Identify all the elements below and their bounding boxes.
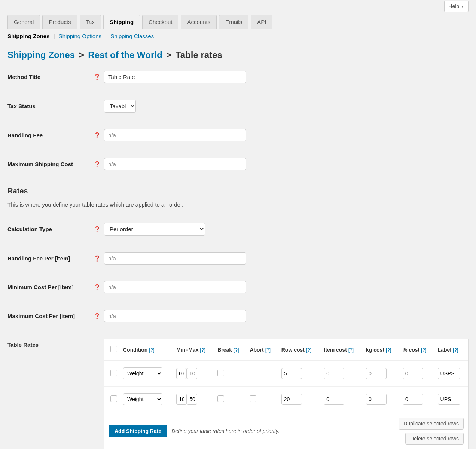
separator: | xyxy=(51,33,57,39)
breadcrumb: Shipping Zones > Rest of the World > Tab… xyxy=(7,50,469,60)
header-abort: Abort xyxy=(250,347,263,353)
header-row-cost: Row cost xyxy=(281,347,305,353)
help-dropdown[interactable]: Help ▼ xyxy=(444,1,469,12)
max-cost-per-item-input[interactable] xyxy=(104,310,246,322)
delete-rows-button[interactable]: Delete selected rows xyxy=(405,433,464,445)
tab-general[interactable]: General xyxy=(7,15,40,29)
item-cost-input[interactable] xyxy=(324,394,344,405)
footer-note: Define your table rates here in order of… xyxy=(171,428,394,434)
max-input[interactable] xyxy=(187,368,197,379)
help-link[interactable]: [?] xyxy=(149,347,154,353)
add-shipping-rate-button[interactable]: Add Shipping Rate xyxy=(109,425,167,437)
subnav-zones[interactable]: Shipping Zones xyxy=(7,33,50,39)
help-link[interactable]: [?] xyxy=(234,347,239,353)
table-rates-box: Condition [?] Min–Max [?] Break [?] Abor… xyxy=(104,339,469,449)
handling-fee-label: Handling Fee xyxy=(7,132,94,138)
max-ship-cost-label: Maximum Shipping Cost xyxy=(7,161,94,167)
tab-products[interactable]: Products xyxy=(42,15,77,29)
label-input[interactable] xyxy=(438,394,460,405)
calc-type-select[interactable]: Per order xyxy=(104,223,205,236)
item-cost-input[interactable] xyxy=(324,368,344,379)
help-icon[interactable]: ❓ xyxy=(94,255,100,262)
header-pct-cost: % cost xyxy=(403,347,419,353)
breadcrumb-zones-link[interactable]: Shipping Zones xyxy=(7,50,75,60)
condition-select[interactable]: Weight xyxy=(123,393,162,405)
table-header-row: Condition [?] Min–Max [?] Break [?] Abor… xyxy=(104,339,468,361)
tax-status-select[interactable]: Taxable xyxy=(104,100,136,113)
method-title-input[interactable] xyxy=(104,71,246,83)
tab-tax[interactable]: Tax xyxy=(80,15,101,29)
max-input[interactable] xyxy=(187,394,197,405)
label-input[interactable] xyxy=(438,368,460,379)
tax-status-label: Tax Status xyxy=(7,103,94,109)
help-link[interactable]: [?] xyxy=(421,347,426,353)
min-cost-per-item-input[interactable] xyxy=(104,281,246,293)
help-icon[interactable]: ❓ xyxy=(94,74,100,80)
handling-per-item-label: Handling Fee Per [item] xyxy=(7,255,94,262)
handling-per-item-input[interactable] xyxy=(104,252,246,265)
help-link[interactable]: [?] xyxy=(265,347,271,353)
tab-shipping[interactable]: Shipping xyxy=(103,15,140,29)
header-item-cost: Item cost xyxy=(324,347,347,353)
header-kg-cost: kg cost xyxy=(366,347,384,353)
help-icon[interactable]: ❓ xyxy=(94,226,100,233)
tab-checkout[interactable]: Checkout xyxy=(142,15,178,29)
select-all-checkbox[interactable] xyxy=(110,346,117,352)
help-link[interactable]: [?] xyxy=(348,347,354,353)
table-footer: Add Shipping Rate Define your table rate… xyxy=(104,412,468,449)
pct-cost-input[interactable] xyxy=(403,394,423,405)
header-label: Label xyxy=(438,347,452,353)
help-icon[interactable]: ❓ xyxy=(94,161,100,168)
row-cost-input[interactable] xyxy=(281,394,302,405)
break-checkbox[interactable] xyxy=(217,395,224,402)
chevron-down-icon: ▼ xyxy=(461,4,464,9)
settings-tabs: General Products Tax Shipping Checkout A… xyxy=(7,14,469,29)
max-ship-cost-input[interactable] xyxy=(104,158,246,170)
row-cost-input[interactable] xyxy=(281,368,302,379)
help-label: Help xyxy=(448,3,459,9)
separator: | xyxy=(103,33,109,39)
tab-api[interactable]: API xyxy=(251,15,272,29)
rates-desc: This is where you define your table rate… xyxy=(7,201,469,208)
condition-select[interactable]: Weight xyxy=(123,367,162,379)
shipping-subnav: Shipping Zones | Shipping Options | Ship… xyxy=(7,29,469,41)
min-cost-per-item-label: Minimum Cost Per [item] xyxy=(7,284,94,290)
row-checkbox[interactable] xyxy=(110,370,117,376)
table-row: Weight xyxy=(104,361,468,387)
breadcrumb-zone-link[interactable]: Rest of the World xyxy=(88,50,162,60)
kg-cost-input[interactable] xyxy=(366,368,387,379)
max-cost-per-item-label: Maximum Cost Per [item] xyxy=(7,313,94,319)
abort-checkbox[interactable] xyxy=(250,395,256,402)
help-icon[interactable]: ❓ xyxy=(94,132,100,139)
help-link[interactable]: [?] xyxy=(453,347,458,353)
table-row: Weight xyxy=(104,387,468,412)
subnav-classes[interactable]: Shipping Classes xyxy=(110,33,154,39)
help-icon[interactable]: ❓ xyxy=(94,284,100,291)
help-link[interactable]: [?] xyxy=(386,347,391,353)
tab-emails[interactable]: Emails xyxy=(219,15,248,29)
kg-cost-input[interactable] xyxy=(366,394,387,405)
abort-checkbox[interactable] xyxy=(250,370,256,376)
tab-accounts[interactable]: Accounts xyxy=(181,15,217,29)
subnav-options[interactable]: Shipping Options xyxy=(59,33,101,39)
breadcrumb-method: Table rates xyxy=(176,50,222,60)
header-minmax: Min–Max xyxy=(176,347,198,353)
row-checkbox[interactable] xyxy=(110,395,117,402)
handling-fee-input[interactable] xyxy=(104,129,246,141)
header-condition: Condition xyxy=(123,347,147,353)
min-input[interactable] xyxy=(176,394,187,405)
pct-cost-input[interactable] xyxy=(403,368,423,379)
rates-table: Condition [?] Min–Max [?] Break [?] Abor… xyxy=(104,339,468,412)
break-checkbox[interactable] xyxy=(217,370,224,376)
calc-type-label: Calculation Type xyxy=(7,226,94,232)
table-rates-label: Table Rates xyxy=(7,339,104,449)
rates-heading: Rates xyxy=(7,187,469,195)
help-icon[interactable]: ❓ xyxy=(94,313,100,320)
header-break: Break xyxy=(217,347,232,353)
help-link[interactable]: [?] xyxy=(306,347,311,353)
method-title-label: Method Title xyxy=(7,74,94,80)
help-link[interactable]: [?] xyxy=(200,347,205,353)
duplicate-rows-button[interactable]: Duplicate selected rows xyxy=(399,418,464,430)
min-input[interactable] xyxy=(176,368,187,379)
